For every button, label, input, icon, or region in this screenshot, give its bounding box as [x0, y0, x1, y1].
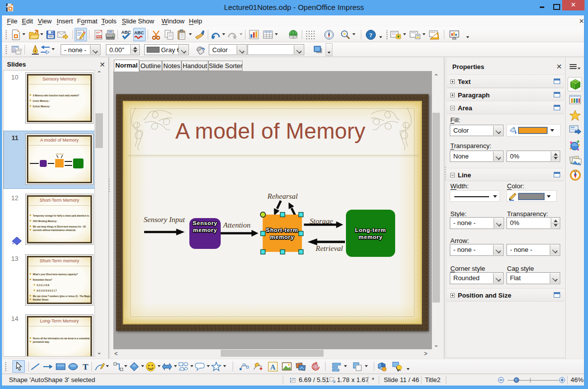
svg-text:T: T	[83, 362, 88, 372]
svg-text:N: N	[575, 170, 576, 173]
svg-text:?: ?	[369, 31, 373, 39]
svg-text:A: A	[270, 363, 276, 371]
svg-text:PDF: PDF	[96, 35, 102, 38]
svg-text:ABC: ABC	[134, 30, 144, 35]
svg-text:ABC: ABC	[121, 30, 131, 35]
